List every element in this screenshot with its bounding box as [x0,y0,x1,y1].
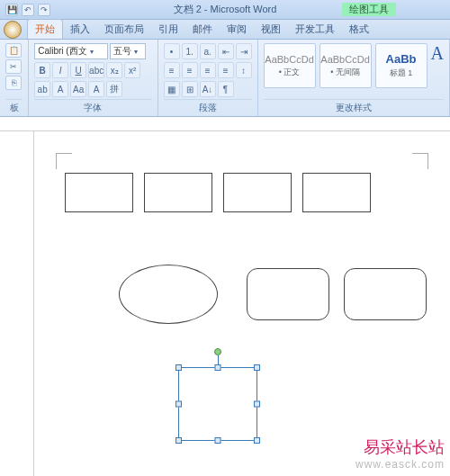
shape-rect-1[interactable] [65,173,133,212]
watermark: 易采站长站 www.easck.com [356,436,445,471]
copy-icon[interactable]: ⎘ [5,76,22,90]
indent-dec-button[interactable]: ⇤ [218,43,234,59]
horizontal-ruler[interactable] [0,117,450,131]
margin-corner-tr [412,153,428,169]
resize-handle-n[interactable] [215,364,221,371]
tab-view[interactable]: 视图 [254,20,288,39]
justify-button[interactable]: ≡ [218,62,234,78]
group-styles-label: 更改样式 [264,99,444,114]
shape-square-selected[interactable] [178,367,257,441]
italic-button[interactable]: I [52,62,68,78]
shape-rect-4[interactable] [302,173,371,212]
ribbon: 📋 ✂ ⎘ 板 Calibri (西文 五号 B I U abc x₂ x² a… [0,40,450,117]
bold-button[interactable]: B [34,62,50,78]
group-font-label: 字体 [34,99,151,114]
ribbon-tabs: 开始 插入 页面布局 引用 邮件 审阅 视图 开发工具 格式 [0,20,450,40]
shape-rounded-rect-2[interactable] [344,268,427,320]
font-name-combo[interactable]: Calibri (西文 [34,43,108,59]
page [34,131,450,476]
title-bar: 💾 ↶ ↷ 文档 2 - Microsoft Word 绘图工具 [0,0,450,20]
line-spacing-button[interactable]: ↕ [236,62,252,78]
shape-rounded-rect-1[interactable] [247,268,329,320]
style-normal[interactable]: AaBbCcDd • 正文 [264,43,316,88]
tab-review[interactable]: 审阅 [220,20,254,39]
resize-handle-se[interactable] [254,437,260,444]
bullets-button[interactable]: • [164,43,180,59]
resize-handle-w[interactable] [176,401,182,408]
paste-icon[interactable]: 📋 [5,43,22,58]
change-styles-button[interactable]: A [431,43,444,64]
numbering-button[interactable]: 1. [182,43,198,59]
shape-rect-2[interactable] [144,173,212,212]
resize-handle-ne[interactable] [254,364,260,371]
qat-save-icon[interactable]: 💾 [5,4,18,16]
subscript-button[interactable]: x₂ [106,62,122,78]
group-clipboard-label: 板 [5,99,22,114]
group-paragraph-label: 段落 [164,99,252,114]
margin-corner-tl [56,153,72,169]
context-tab-drawing-tools[interactable]: 绘图工具 [342,3,396,16]
style-no-spacing[interactable]: AaBbCcDd • 无间隔 [320,43,372,88]
clear-format-button[interactable]: Aa [70,81,86,97]
tab-insert[interactable]: 插入 [63,20,97,39]
office-button[interactable] [4,21,22,39]
borders-button[interactable]: ⊞ [182,81,198,97]
align-right-button[interactable]: ≡ [200,62,216,78]
tab-references[interactable]: 引用 [151,20,185,39]
style-heading1[interactable]: AaBb 标题 1 [375,43,428,88]
resize-handle-nw[interactable] [176,364,182,371]
multilevel-button[interactable]: a. [200,43,216,59]
shape-ellipse[interactable] [119,265,218,324]
shading-button[interactable]: ▦ [164,81,180,97]
qat-redo-icon[interactable]: ↷ [38,4,50,16]
phonetic-button[interactable]: 拼 [106,81,122,97]
char-border-button[interactable]: A [88,81,104,97]
resize-handle-e[interactable] [254,401,260,408]
tab-page-layout[interactable]: 页面布局 [97,20,151,39]
show-marks-button[interactable]: ¶ [218,81,234,97]
cut-icon[interactable]: ✂ [5,59,22,74]
vertical-ruler[interactable] [20,131,34,476]
tab-developer[interactable]: 开发工具 [288,20,342,39]
superscript-button[interactable]: x² [124,62,140,78]
tab-home[interactable]: 开始 [27,19,63,39]
shape-rect-3[interactable] [223,173,292,212]
strike-button[interactable]: abc [88,62,104,78]
align-left-button[interactable]: ≡ [164,62,180,78]
window-title: 文档 2 - Microsoft Word [174,3,277,16]
highlight-button[interactable]: ab [34,81,50,97]
resize-handle-s[interactable] [215,437,221,444]
qat-undo-icon[interactable]: ↶ [22,4,34,16]
indent-inc-button[interactable]: ⇥ [236,43,252,59]
document-canvas[interactable] [0,131,450,476]
underline-button[interactable]: U [70,62,86,78]
resize-handle-sw[interactable] [176,437,182,444]
tab-format[interactable]: 格式 [342,20,376,39]
font-color-button[interactable]: A [52,81,68,97]
change-styles-icon: A [431,43,444,64]
align-center-button[interactable]: ≡ [182,62,198,78]
tab-mailings[interactable]: 邮件 [185,20,220,39]
sort-button[interactable]: A↓ [200,81,216,97]
rotate-handle[interactable] [214,348,221,355]
font-size-combo[interactable]: 五号 [110,43,146,59]
